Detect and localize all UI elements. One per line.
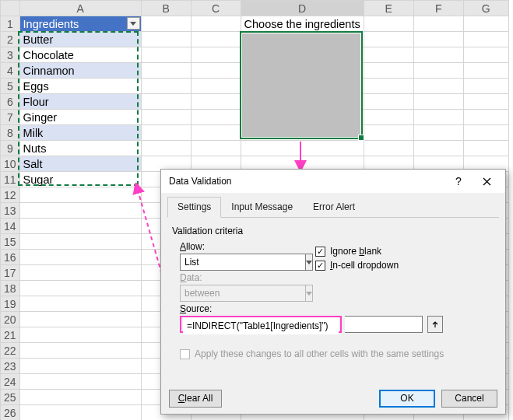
data-validation-dialog: Data Validation ? Settings Input Message… bbox=[160, 169, 506, 415]
table-row[interactable]: Sugar bbox=[19, 172, 141, 187]
clear-all-button[interactable]: Clear All bbox=[169, 390, 222, 408]
ignore-blank-label: Ignore blank bbox=[330, 246, 381, 257]
apply-label: Apply these changes to all other cells w… bbox=[195, 348, 444, 359]
dialog-titlebar[interactable]: Data Validation ? bbox=[161, 170, 505, 193]
row-header[interactable]: 23 bbox=[1, 359, 20, 374]
row-header[interactable]: 14 bbox=[1, 219, 20, 234]
help-button[interactable]: ? bbox=[444, 171, 473, 191]
apply-changes-checkbox: Apply these changes to all other cells w… bbox=[180, 348, 494, 359]
data-label: Data: bbox=[180, 272, 494, 283]
col-header-G[interactable]: G bbox=[463, 1, 508, 16]
table-header-ingredients[interactable]: Ingredients bbox=[19, 16, 141, 32]
chevron-down-icon bbox=[305, 285, 313, 302]
allow-input[interactable] bbox=[180, 254, 305, 271]
data-input bbox=[180, 285, 305, 302]
table-row[interactable]: Eggs bbox=[19, 79, 141, 94]
col-header-C[interactable]: C bbox=[191, 1, 241, 16]
row-header[interactable]: 3 bbox=[1, 47, 20, 63]
ok-button[interactable]: OK bbox=[379, 390, 435, 408]
source-input[interactable] bbox=[183, 317, 339, 334]
checkmark-icon: ✓ bbox=[315, 261, 325, 271]
choose-title[interactable]: Choose the ingredients bbox=[241, 16, 364, 32]
row-header[interactable]: 11 bbox=[1, 172, 20, 187]
row-header[interactable]: 25 bbox=[1, 390, 20, 405]
source-label: Source: bbox=[180, 303, 494, 314]
col-header-E[interactable]: E bbox=[364, 1, 413, 16]
row-header[interactable]: 22 bbox=[1, 343, 20, 359]
row-header[interactable]: 8 bbox=[1, 125, 20, 141]
row-header[interactable]: 7 bbox=[1, 110, 20, 125]
collapse-dialog-icon[interactable] bbox=[427, 316, 443, 333]
row-header[interactable]: 21 bbox=[1, 327, 20, 343]
row-header[interactable]: 19 bbox=[1, 296, 20, 312]
row-header[interactable]: 15 bbox=[1, 234, 20, 250]
active-selection bbox=[240, 31, 363, 139]
row-header[interactable]: 9 bbox=[1, 141, 20, 156]
table-row[interactable]: Ginger bbox=[19, 110, 141, 125]
filter-dropdown-icon[interactable] bbox=[127, 17, 140, 30]
allow-combo[interactable] bbox=[180, 254, 297, 271]
col-header-F[interactable]: F bbox=[413, 1, 463, 16]
row-header[interactable]: 17 bbox=[1, 265, 20, 281]
row-header[interactable]: 4 bbox=[1, 63, 20, 79]
table-row[interactable]: Nuts bbox=[19, 141, 141, 156]
chevron-down-icon[interactable] bbox=[305, 254, 313, 271]
data-combo bbox=[180, 285, 297, 302]
tab-error-alert[interactable]: Error Alert bbox=[303, 197, 365, 218]
table-row[interactable]: Flour bbox=[19, 94, 141, 110]
dialog-tabs: Settings Input Message Error Alert bbox=[167, 196, 499, 218]
table-row[interactable]: Salt bbox=[19, 156, 141, 172]
validation-criteria-label: Validation criteria bbox=[172, 226, 494, 236]
checkmark-icon: ✓ bbox=[315, 247, 325, 257]
ignore-blank-checkbox[interactable]: ✓ Ignore blank bbox=[315, 246, 399, 257]
close-button[interactable] bbox=[473, 171, 501, 191]
row-header[interactable]: 12 bbox=[1, 187, 20, 203]
row-header[interactable]: 1 bbox=[1, 16, 20, 32]
col-header-D[interactable]: D bbox=[241, 1, 364, 16]
row-header[interactable]: 18 bbox=[1, 281, 20, 296]
select-all-corner[interactable] bbox=[1, 1, 20, 16]
table-row[interactable]: Milk bbox=[19, 125, 141, 141]
col-header-B[interactable]: B bbox=[141, 1, 191, 16]
row-header[interactable]: 26 bbox=[1, 405, 20, 421]
tab-settings[interactable]: Settings bbox=[167, 197, 221, 218]
row-header[interactable]: 20 bbox=[1, 312, 20, 327]
row-header[interactable]: 5 bbox=[1, 79, 20, 94]
cancel-button[interactable]: Cancel bbox=[441, 390, 497, 408]
row-header[interactable]: 16 bbox=[1, 250, 20, 265]
tab-input-message[interactable]: Input Message bbox=[221, 197, 303, 218]
col-header-A[interactable]: A bbox=[19, 1, 141, 16]
table-row[interactable]: Chocolate bbox=[19, 47, 141, 63]
row-header[interactable]: 10 bbox=[1, 156, 20, 172]
dialog-title: Data Validation bbox=[169, 176, 444, 187]
table-row[interactable]: Butter bbox=[19, 32, 141, 47]
row-header[interactable]: 24 bbox=[1, 374, 20, 390]
table-row[interactable]: Cinnamon bbox=[19, 63, 141, 79]
row-header[interactable]: 6 bbox=[1, 94, 20, 110]
incell-dropdown-checkbox[interactable]: ✓ In-cell dropdown bbox=[315, 260, 399, 271]
table-header-label: Ingredients bbox=[23, 18, 79, 30]
row-header[interactable]: 13 bbox=[1, 203, 20, 219]
row-header[interactable]: 2 bbox=[1, 32, 20, 47]
incell-dropdown-label: In-cell dropdown bbox=[330, 260, 399, 271]
checkbox-icon bbox=[180, 349, 190, 359]
close-icon bbox=[483, 177, 491, 186]
